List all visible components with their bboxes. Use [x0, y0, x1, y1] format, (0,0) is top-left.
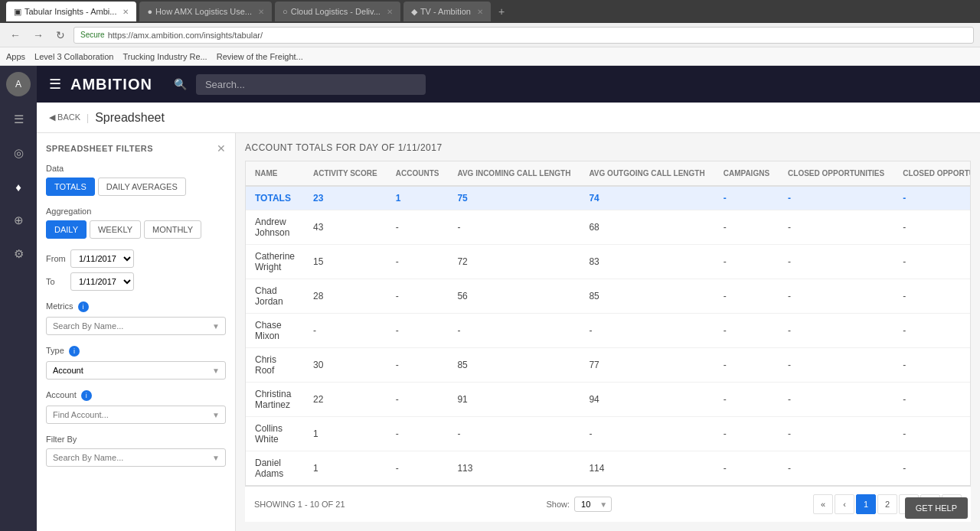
table-cell: 68: [580, 210, 714, 245]
table-row: Andrew Johnson43--68---: [246, 210, 971, 245]
table-cell: -: [893, 210, 971, 245]
table-cell: 94: [580, 383, 714, 417]
table-cell: 56: [448, 279, 580, 314]
filters-close-button[interactable]: ✕: [217, 142, 226, 155]
table-cell: Chad Jordan: [246, 279, 304, 314]
filters-title: Spreadsheet Filters: [46, 144, 153, 153]
tab-close-btn[interactable]: ✕: [122, 8, 129, 16]
nav-settings-icon[interactable]: ⊕: [0, 204, 37, 237]
table-cell: -: [779, 451, 893, 486]
data-filter-section: Data TOTALS DAILY AVERAGES: [46, 164, 226, 196]
table-cell: -: [779, 314, 893, 348]
page-2-button[interactable]: 2: [877, 494, 897, 514]
table-cell: 22: [304, 383, 387, 417]
daily-averages-button[interactable]: DAILY AVERAGES: [98, 178, 186, 196]
table-cell: -: [387, 348, 449, 383]
table-cell: Collins White: [246, 417, 304, 451]
tab-amx[interactable]: ● How AMX Logistics Use... ✕: [139, 2, 272, 21]
table-cell: -: [714, 383, 779, 417]
bookmark-trucking[interactable]: Trucking Industry Re...: [122, 52, 207, 61]
back-nav-button[interactable]: ←: [6, 28, 24, 43]
col-accounts[interactable]: ACCOUNTS: [387, 161, 449, 186]
monthly-button[interactable]: MONTHLY: [144, 220, 201, 239]
data-btn-group: TOTALS DAILY AVERAGES: [46, 178, 226, 196]
totals-campaigns: -: [714, 186, 779, 210]
table-cell: 30: [304, 348, 387, 383]
table-cell: -: [779, 279, 893, 314]
type-select[interactable]: Account: [46, 361, 226, 380]
col-name[interactable]: NAME: [246, 161, 304, 186]
col-closed-rev[interactable]: CLOSED OPPORTUNITY REVENUE: [893, 161, 971, 186]
totals-avg-outgoing: 74: [580, 186, 714, 210]
bookmarks-bar: Apps Level 3 Collaboration Trucking Indu…: [0, 47, 980, 66]
search-icon: 🔍: [174, 78, 187, 90]
page-prev-button[interactable]: ‹: [835, 494, 854, 514]
weekly-button[interactable]: WEEKLY: [90, 220, 141, 239]
page-first-button[interactable]: «: [813, 494, 833, 514]
table-header-row: NAME ACTIVITY SCORE ACCOUNTS AVG INCOMIN…: [246, 161, 971, 186]
bookmark-apps[interactable]: Apps: [6, 52, 25, 61]
table-row: Collins White1------: [246, 417, 971, 451]
table-cell: -: [448, 314, 580, 348]
browser-toolbar: ← → ↻ Secure https://amx.ambition.com/in…: [0, 23, 980, 47]
forward-nav-button[interactable]: →: [29, 28, 47, 43]
to-label: To: [46, 277, 64, 286]
totals-closed-opps: -: [779, 186, 893, 210]
table-cell: -: [304, 314, 387, 348]
tab-close-btn[interactable]: ✕: [258, 8, 264, 16]
user-avatar: A: [6, 72, 31, 96]
tab-label: Cloud Logistics - Deliv...: [291, 7, 381, 16]
metrics-filter-section: Metrics i ▼: [46, 301, 226, 335]
address-bar[interactable]: Secure https://amx.ambition.com/insights…: [74, 27, 974, 44]
hamburger-icon[interactable]: ☰: [49, 76, 61, 93]
nav-avatar[interactable]: A: [0, 66, 37, 103]
table-cell: -: [893, 314, 971, 348]
tab-cloud[interactable]: ○ Cloud Logistics - Deliv... ✕: [275, 2, 400, 21]
tab-close-btn[interactable]: ✕: [387, 8, 393, 16]
metrics-search-input[interactable]: [46, 317, 226, 335]
col-campaigns[interactable]: CAMPAIGNS: [714, 161, 779, 186]
table-header-title: ACCOUNT TOTALS FOR DAY OF 1/11/2017: [245, 142, 971, 153]
tab-tabular[interactable]: ▣ Tabular Insights - Ambi... ✕: [6, 2, 136, 21]
filterby-search-input[interactable]: [46, 448, 226, 467]
search-input[interactable]: [196, 74, 426, 95]
show-select-group: Show: 10 25 50 100 ▼: [547, 497, 612, 512]
nav-gear-icon[interactable]: ⚙: [0, 237, 37, 271]
table-cell: -: [448, 210, 580, 245]
daily-button[interactable]: DAILY: [46, 220, 87, 239]
bookmark-level3[interactable]: Level 3 Collaboration: [34, 52, 113, 61]
totals-avg-incoming: 75: [448, 186, 580, 210]
tab-favicon: ●: [147, 7, 152, 16]
app-logo: AMBITION: [70, 76, 152, 93]
to-date-select[interactable]: 1/11/2017: [70, 272, 134, 291]
from-date-select[interactable]: 1/11/2017: [70, 249, 134, 268]
filterby-filter-section: Filter By ▼: [46, 435, 226, 467]
page-title: Spreadsheet: [95, 111, 165, 125]
aggregation-label: Aggregation: [46, 207, 226, 216]
from-label: From: [46, 254, 64, 263]
table-cell: 77: [580, 348, 714, 383]
tab-tv[interactable]: ◆ TV - Ambition ✕: [403, 2, 491, 21]
account-search-input[interactable]: [46, 406, 226, 424]
col-avg-incoming[interactable]: AVG INCOMING CALL LENGTH: [448, 161, 580, 186]
get-help-button[interactable]: GET HELP: [905, 497, 968, 519]
col-closed-opps[interactable]: CLOSED OPPORTUNITIES: [779, 161, 893, 186]
new-tab-button[interactable]: +: [494, 2, 509, 21]
reload-button[interactable]: ↻: [52, 28, 69, 43]
nav-chart-icon[interactable]: ♦: [0, 170, 37, 204]
table-cell: 113: [448, 451, 580, 486]
per-page-select[interactable]: 10 25 50 100: [574, 497, 612, 512]
totals-row: TOTALS 23 1 75 74 - - -: [246, 186, 971, 210]
tab-close-btn[interactable]: ✕: [477, 8, 483, 16]
nav-menu-icon[interactable]: ☰: [0, 103, 37, 136]
col-activity-score[interactable]: ACTIVITY SCORE: [304, 161, 387, 186]
type-filter-section: Type i Account ▼: [46, 346, 226, 380]
page-1-button[interactable]: 1: [856, 494, 876, 514]
table-cell: -: [779, 417, 893, 451]
nav-dashboard-icon[interactable]: ◎: [0, 136, 37, 170]
secure-badge: Secure: [80, 31, 105, 39]
bookmark-review[interactable]: Review of the Freight...: [217, 52, 303, 61]
back-button[interactable]: ◀ BACK: [49, 112, 80, 122]
totals-button[interactable]: TOTALS: [46, 178, 95, 196]
col-avg-outgoing[interactable]: AVG OUTGOING CALL LENGTH: [580, 161, 714, 186]
